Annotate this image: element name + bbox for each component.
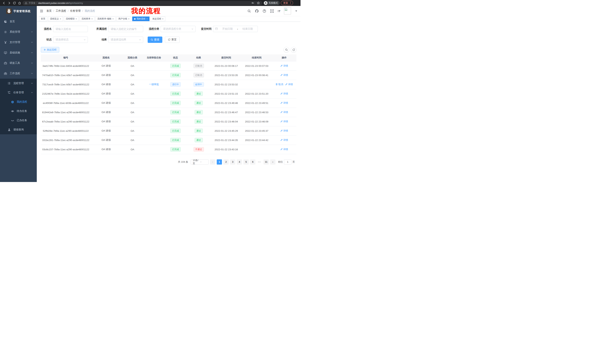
start-date-placeholder[interactable]: 开始日期: [219, 27, 236, 31]
cell-submit-time: 2022-01-22 23:43:16: [211, 145, 241, 154]
key-icon[interactable]: [251, 1, 255, 5]
avatar[interactable]: [284, 7, 291, 14]
address-bar[interactable]: 不安全 dashboard.yudao.iocoder.cn/bpm/task/…: [23, 1, 262, 5]
reload-icon[interactable]: [12, 1, 16, 5]
tab-我的流程[interactable]: 我的流程×: [132, 17, 150, 21]
detail-action-link[interactable]: 详情: [280, 148, 288, 151]
status-select[interactable]: 请选择状态: [53, 37, 88, 43]
close-tab-icon[interactable]: ×: [162, 18, 163, 20]
back-icon[interactable]: [2, 1, 6, 5]
page-button-4[interactable]: 4: [237, 159, 242, 164]
sidebar-item-流程管理[interactable]: 流程管理: [0, 79, 37, 88]
breadcrumb-item-工作流程[interactable]: 工作流程: [56, 9, 66, 13]
forward-icon[interactable]: [7, 1, 11, 5]
browser-menu-icon[interactable]: [289, 1, 292, 5]
github-icon[interactable]: [255, 9, 259, 13]
url-text[interactable]: dashboard.yudao.iocoder.cn/bpm/task/my: [38, 2, 83, 4]
home-icon[interactable]: [18, 1, 21, 5]
next-page-button[interactable]: ›: [270, 159, 275, 164]
detail-action-link[interactable]: 详情: [280, 101, 288, 105]
cell-result: 通过: [186, 126, 211, 135]
close-tab-icon[interactable]: ×: [76, 18, 77, 20]
close-tab-icon[interactable]: ×: [112, 18, 114, 20]
status-label: 状态: [41, 38, 52, 41]
tab-流程模型[interactable]: 流程模型×: [64, 17, 79, 21]
sidebar-item-首页[interactable]: 首页: [0, 16, 37, 27]
page-button-6[interactable]: 6: [250, 159, 255, 164]
tab-流程定义[interactable]: 流程定义×: [48, 17, 63, 21]
tab-流程表单-编辑[interactable]: 流程表单-编辑×: [95, 17, 116, 21]
font-size-icon[interactable]: TT: [278, 10, 280, 13]
update-label[interactable]: 更新: [283, 1, 288, 5]
result-placeholder: 请选择流结果: [111, 38, 139, 41]
page-button-3[interactable]: 3: [230, 159, 235, 164]
sidebar-item-工作流程[interactable]: 工作流程: [0, 68, 37, 79]
update-button[interactable]: 更新: [281, 1, 293, 5]
result-select[interactable]: 请选择流结果: [108, 37, 143, 43]
sidebar-item-系统管理[interactable]: 系统管理: [0, 27, 37, 37]
cancel-action-link[interactable]: 取消: [275, 83, 283, 86]
search-button[interactable]: 搜索: [148, 37, 162, 43]
security-warning-icon[interactable]: [25, 1, 28, 5]
breadcrumb-item-任务管理[interactable]: 任务管理: [70, 9, 80, 13]
status-badge: 进行中: [170, 82, 181, 87]
sidebar-item-label: 任务管理: [13, 91, 24, 94]
page-size-select[interactable]: 10条/页: [191, 159, 209, 164]
tab-首页[interactable]: 首页: [39, 17, 47, 21]
submit-time-range[interactable]: 开始日期 - 结束日期: [213, 26, 258, 32]
sidebar-item-待办任务[interactable]: 待办任务: [0, 106, 37, 116]
cell-actions: 取消详情: [272, 80, 296, 89]
close-tab-icon[interactable]: ×: [60, 18, 61, 20]
security-label[interactable]: 不安全: [29, 1, 35, 5]
app-logo[interactable]: 芋道管理系统: [0, 6, 37, 16]
sidebar-item-我的流程[interactable]: 我的流程: [0, 97, 37, 106]
detail-action-link[interactable]: 详情: [280, 74, 288, 77]
table-row: 67c2eaab-7b9a-11ec-a290-acde48001122OA 请…: [41, 117, 296, 126]
sidebar-item-支付管理[interactable]: 支付管理: [0, 37, 37, 48]
process-category-select[interactable]: 请选择流程分类: [161, 26, 196, 32]
tab-用户分组[interactable]: 用户分组×: [116, 17, 131, 21]
process-definition-input[interactable]: [108, 26, 143, 32]
detail-action-link[interactable]: 详情: [285, 83, 293, 86]
current-task-link[interactable]: 一级审批: [149, 83, 159, 86]
goto-page-input[interactable]: [284, 159, 291, 164]
sidebar-item-已办任务[interactable]: 已办任务: [0, 116, 37, 125]
cell-status: 已完成: [165, 135, 186, 145]
page-button-2[interactable]: 2: [223, 159, 229, 164]
fullscreen-icon[interactable]: [270, 9, 274, 13]
detail-action-link[interactable]: 详情: [280, 64, 288, 67]
star-icon[interactable]: [256, 1, 260, 5]
page-button-5[interactable]: 5: [243, 159, 249, 164]
sidebar-item-任务管理[interactable]: 任务管理: [0, 88, 37, 97]
sidebar-collapse-icon[interactable]: [39, 9, 43, 13]
more-pages-icon[interactable]: ···: [257, 161, 262, 163]
sidebar-item-基础设施[interactable]: 基础设施: [0, 48, 37, 58]
sidebar-item-请假查询[interactable]: 请假查询: [0, 125, 37, 134]
page-button-11[interactable]: 11: [263, 159, 269, 164]
tab-发起流程[interactable]: 发起流程×: [150, 17, 165, 21]
page-button-1[interactable]: 1: [217, 159, 222, 164]
detail-action-link[interactable]: 详情: [280, 129, 288, 133]
start-process-button[interactable]: 发起流程: [41, 47, 59, 52]
close-tab-icon[interactable]: ×: [91, 18, 93, 20]
toggle-search-button[interactable]: [284, 47, 289, 52]
detail-action-link[interactable]: 详情: [280, 111, 288, 114]
tab-流程表单[interactable]: 流程表单×: [80, 17, 95, 21]
result-badge: 通过: [195, 101, 203, 105]
reset-button[interactable]: 重置: [165, 37, 180, 43]
detail-action-link[interactable]: 详情: [280, 138, 288, 142]
end-date-placeholder[interactable]: 结束日期: [239, 27, 256, 31]
search-icon[interactable]: [247, 9, 251, 13]
help-icon[interactable]: [262, 9, 267, 13]
close-tab-icon[interactable]: ×: [146, 18, 148, 20]
sidebar-item-研发工具[interactable]: 研发工具: [0, 58, 37, 68]
detail-action-link[interactable]: 详情: [280, 92, 288, 95]
detail-action-link[interactable]: 详情: [280, 120, 288, 123]
breadcrumb-item-首页[interactable]: 首页: [46, 9, 52, 13]
eye-closed-icon: [11, 119, 14, 122]
refresh-button[interactable]: [291, 47, 296, 52]
close-tab-icon[interactable]: ×: [128, 18, 130, 20]
process-name-input[interactable]: [53, 26, 88, 32]
prev-page-button[interactable]: ‹: [210, 159, 215, 164]
user-menu-caret-icon[interactable]: [295, 10, 297, 12]
